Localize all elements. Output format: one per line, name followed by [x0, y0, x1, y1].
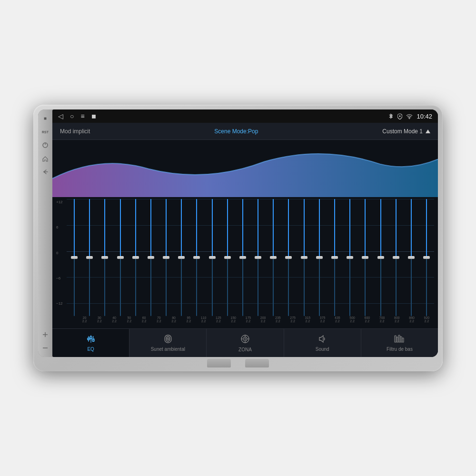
slider-band-6[interactable]: [143, 199, 159, 316]
mode-right[interactable]: Custom Mode 1: [382, 128, 430, 135]
slider-band-20[interactable]: [357, 199, 373, 316]
wifi-icon: [406, 114, 413, 119]
slider-band-24[interactable]: [419, 199, 434, 316]
slider-band-18[interactable]: [327, 199, 342, 316]
freq-col-13: 2002.2: [256, 316, 270, 328]
slider-band-11[interactable]: [220, 199, 235, 316]
slider-band-8[interactable]: [174, 199, 189, 316]
slider-band-17[interactable]: [312, 199, 327, 316]
back-side-button[interactable]: [40, 167, 50, 177]
freq-col-5: 602.2: [137, 316, 151, 328]
slider-band-19[interactable]: [342, 199, 357, 316]
freq-col-12: 1752.2: [241, 316, 256, 328]
power-button[interactable]: [40, 140, 50, 150]
svg-point-6: [409, 118, 410, 119]
freq-col-14: 2352.2: [270, 316, 285, 328]
slider-band-2[interactable]: [82, 199, 97, 316]
nav-eq-label: EQ: [87, 347, 94, 352]
freq-col-17: 3752.2: [315, 316, 330, 328]
device-inner: ◼ RST: [38, 109, 438, 357]
slider-band-15[interactable]: [281, 199, 296, 316]
freq-col-2: 302.2: [92, 316, 107, 328]
freq-col-15: 2752.2: [286, 316, 300, 328]
screen: ◁ ○ ≡ ◼ 10:42 Mod implicit Scene Mode:Po…: [52, 109, 438, 357]
nav-ambient-label: Sunet ambiental: [151, 347, 185, 352]
freq-col-16: 3152.2: [300, 316, 315, 328]
slider-band-7[interactable]: [159, 199, 174, 316]
vol-up-button[interactable]: [40, 329, 50, 340]
slider-band-1[interactable]: [67, 199, 82, 316]
slider-band-22[interactable]: [388, 199, 404, 316]
side-buttons: ◼ RST: [38, 109, 52, 357]
mode-left[interactable]: Mod implicit: [60, 128, 90, 135]
freq-labels: 202.2302.2402.2502.2602.2702.2802.2952.2…: [56, 316, 434, 328]
nav-zona-label: ZONA: [238, 347, 252, 352]
device-bumps: [207, 359, 269, 367]
freq-col-1: 202.2: [77, 316, 92, 328]
svg-rect-26: [402, 338, 404, 342]
vol-down-button[interactable]: [40, 343, 50, 353]
nav-sound-label: Sound: [316, 347, 329, 352]
freq-col-7: 802.2: [167, 316, 181, 328]
svg-rect-24: [398, 335, 400, 342]
nav-zona[interactable]: ZONA: [207, 329, 284, 357]
svg-rect-25: [400, 337, 402, 342]
nav-filtru[interactable]: Filtru de bas: [361, 329, 438, 357]
home-side-button[interactable]: [40, 153, 50, 164]
slider-band-5[interactable]: [128, 199, 143, 316]
eq-icon: [86, 335, 96, 345]
svg-point-17: [245, 338, 246, 339]
eq-wave-svg: [52, 140, 438, 197]
slider-band-21[interactable]: [373, 199, 388, 316]
slider-band-10[interactable]: [205, 199, 220, 316]
mode-bar: Mod implicit Scene Mode:Pop Custom Mode …: [52, 123, 438, 140]
freq-col-8: 952.2: [181, 316, 196, 328]
svg-rect-23: [397, 337, 398, 342]
slider-band-23[interactable]: [404, 199, 419, 316]
slider-band-12[interactable]: [235, 199, 250, 316]
target-icon: [240, 334, 250, 346]
waves-icon: [163, 335, 173, 345]
status-time: 10:42: [416, 113, 432, 120]
freq-col-18: 4352.2: [330, 316, 345, 328]
freq-col-23: 8602.2: [405, 316, 419, 328]
rst-button[interactable]: RST: [40, 127, 50, 137]
slider-band-16[interactable]: [297, 199, 312, 316]
location-icon: [397, 113, 402, 119]
menu-button[interactable]: ≡: [80, 112, 84, 120]
mode-center[interactable]: Scene Mode:Pop: [214, 128, 258, 135]
status-bar: ◁ ○ ≡ ◼ 10:42: [52, 109, 438, 123]
freq-col-10: 1252.2: [211, 316, 226, 328]
bump-left: [207, 359, 231, 367]
nav-eq[interactable]: EQ: [52, 329, 129, 357]
mic-label: ◼: [40, 113, 50, 124]
nav-sound[interactable]: Sound: [284, 329, 361, 357]
freq-col-21: 7002.2: [375, 316, 389, 328]
nav-filtru-label: Filtru de bas: [387, 347, 413, 352]
slider-band-4[interactable]: [113, 199, 128, 316]
sliders-container: +12 6 0 −6 −12: [56, 199, 434, 316]
eq-sliders-area: +12 6 0 −6 −12: [52, 197, 438, 328]
slider-band-9[interactable]: [189, 199, 204, 316]
nav-ambient[interactable]: Sunet ambiental: [129, 329, 207, 357]
dropdown-icon: [426, 129, 430, 133]
freq-col-22: 8002.2: [389, 316, 404, 328]
slider-band-3[interactable]: [97, 199, 112, 316]
freq-col-19: 5002.2: [345, 316, 360, 328]
freq-col-11: 1502.2: [226, 316, 241, 328]
home-button[interactable]: ○: [70, 112, 74, 120]
svg-rect-22: [395, 336, 396, 342]
freq-col-3: 402.2: [107, 316, 122, 328]
bars-filter-icon: [394, 335, 405, 345]
slider-band-13[interactable]: [250, 199, 266, 316]
bump-right: [245, 359, 269, 367]
eq-visualization: [52, 140, 438, 197]
bottom-nav: EQ Sunet ambiental ZONA: [52, 328, 438, 357]
device: ◼ RST: [33, 105, 443, 371]
bluetooth-icon: [388, 113, 394, 119]
svg-point-5: [399, 115, 401, 117]
db-scale: +12 6 0 −6 −12: [56, 199, 67, 307]
rec-button[interactable]: ◼: [91, 113, 96, 119]
back-button[interactable]: ◁: [58, 112, 63, 120]
slider-band-14[interactable]: [266, 199, 281, 316]
